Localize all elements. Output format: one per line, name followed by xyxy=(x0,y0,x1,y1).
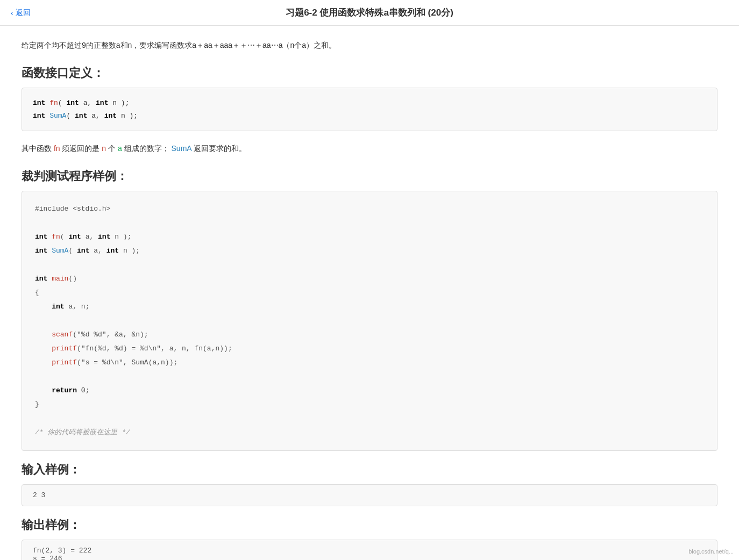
fn-name-j1: fn xyxy=(52,233,60,241)
interface-code-line-2: int SumA( int a, int n ); xyxy=(33,110,706,122)
kw-int-1: int xyxy=(33,99,45,107)
judge-line-15: } xyxy=(35,398,704,412)
judge-line-16 xyxy=(35,412,704,426)
comment-text: /* 你的代码将被嵌在这里 */ xyxy=(35,428,130,436)
header: ‹ 返回 习题6-2 使用函数求特殊a串数列和 (20分) xyxy=(0,0,739,26)
judge-line-7: { xyxy=(35,286,704,300)
exp-mid3: 组成的数字； xyxy=(122,144,172,153)
printf-name-2: printf xyxy=(52,358,77,367)
back-link[interactable]: ‹ 返回 xyxy=(11,8,31,18)
page-wrapper: ‹ 返回 习题6-2 使用函数求特殊a串数列和 (20分) 给定两个均不超过9的… xyxy=(0,0,739,560)
page-title: 习题6-2 使用函数求特殊a串数列和 (20分) xyxy=(286,6,453,19)
description: 给定两个均不超过9的正整数a和n，要求编写函数求a＋aa＋aaa＋＋⋯＋aa⋯a… xyxy=(22,39,717,52)
content: 给定两个均不超过9的正整数a和n，要求编写函数求a＋aa＋aaa＋＋⋯＋aa⋯a… xyxy=(0,26,739,560)
exp-suffix: 返回要求的和。 xyxy=(191,144,246,153)
kw-int-j5: int xyxy=(77,247,89,255)
kw-int-j3: int xyxy=(98,233,110,241)
suma-name-1: SumA xyxy=(49,112,66,120)
judge-line-10: scanf("%d %d", &a, &n); xyxy=(35,328,704,342)
exp-a: a xyxy=(118,144,122,153)
judge-line-3: int fn( int a, int n ); xyxy=(35,230,704,244)
judge-line-1: #include <stdio.h> xyxy=(35,202,704,216)
kw-int-j6: int xyxy=(106,247,119,255)
kw-return: return xyxy=(52,386,77,394)
back-arrow-icon: ‹ xyxy=(11,9,13,17)
judge-line-8: int a, n; xyxy=(35,300,704,314)
exp-mid1: 须返回的是 xyxy=(60,144,102,153)
judge-line-5 xyxy=(35,258,704,272)
judge-title: 裁判测试程序样例： xyxy=(22,168,717,184)
judge-line-14: return 0; xyxy=(35,384,704,398)
output-block: fn(2, 3) = 222 s = 246 xyxy=(22,540,717,560)
exp-prefix: 其中函数 xyxy=(22,144,54,153)
judge-line-12: printf("s = %d\n", SumA(a,n)); xyxy=(35,356,704,370)
interface-code-block: int fn( int a, int n ); int SumA( int a,… xyxy=(22,88,717,131)
exp-suma: SumA xyxy=(172,144,191,153)
suma-name-j1: SumA xyxy=(52,247,68,255)
exp-n: n xyxy=(102,144,106,153)
kw-int-6: int xyxy=(104,112,117,120)
judge-line-9 xyxy=(35,314,704,328)
printf-name-1: printf xyxy=(52,344,77,353)
kw-int-2: int xyxy=(66,99,79,107)
judge-code-block: #include <stdio.h> int fn( int a, int n … xyxy=(22,191,717,451)
kw-int-j7: int xyxy=(35,275,47,283)
input-content: 2 3 xyxy=(33,491,45,499)
watermark: blog.csdn.net/q... xyxy=(688,548,734,555)
exp-mid2: 个 xyxy=(106,144,118,153)
kw-int-4: int xyxy=(33,112,45,120)
judge-comment: /* 你的代码将被嵌在这里 */ xyxy=(35,426,704,440)
input-title: 输入样例： xyxy=(22,462,717,478)
judge-line-6: int main() xyxy=(35,272,704,286)
judge-line-4: int SumA( int a, int n ); xyxy=(35,244,704,258)
fn-name-1: fn xyxy=(49,99,58,107)
kw-int-5: int xyxy=(75,112,87,120)
judge-line-11: printf("fn(%d, %d) = %d\n", a, n, fn(a,n… xyxy=(35,342,704,356)
num-0: 0 xyxy=(81,386,86,394)
judge-line-2 xyxy=(35,216,704,230)
description-text: 给定两个均不超过9的正整数a和n，要求编写函数求a＋aa＋aaa＋＋⋯＋aa⋯a… xyxy=(22,41,336,49)
interface-title: 函数接口定义： xyxy=(22,65,717,81)
input-block: 2 3 xyxy=(22,484,717,506)
main-name: main xyxy=(52,275,68,283)
output-title: 输出样例： xyxy=(22,517,717,533)
kw-int-j1: int xyxy=(35,233,47,241)
kw-int-j8: int xyxy=(52,303,64,311)
explanation: 其中函数 fn 须返回的是 n 个 a 组成的数字； SumA 返回要求的和。 xyxy=(22,142,717,155)
back-label: 返回 xyxy=(16,8,31,18)
kw-int-j2: int xyxy=(68,233,81,241)
exp-fn: fn xyxy=(54,144,60,153)
scanf-name: scanf xyxy=(52,331,73,339)
kw-int-j4: int xyxy=(35,247,47,255)
output-line-2: s = 246 xyxy=(33,555,706,560)
interface-code-line-1: int fn( int a, int n ); xyxy=(33,97,706,109)
kw-int-3: int xyxy=(96,99,108,107)
judge-line-13 xyxy=(35,370,704,384)
output-line-1: fn(2, 3) = 222 xyxy=(33,547,706,555)
